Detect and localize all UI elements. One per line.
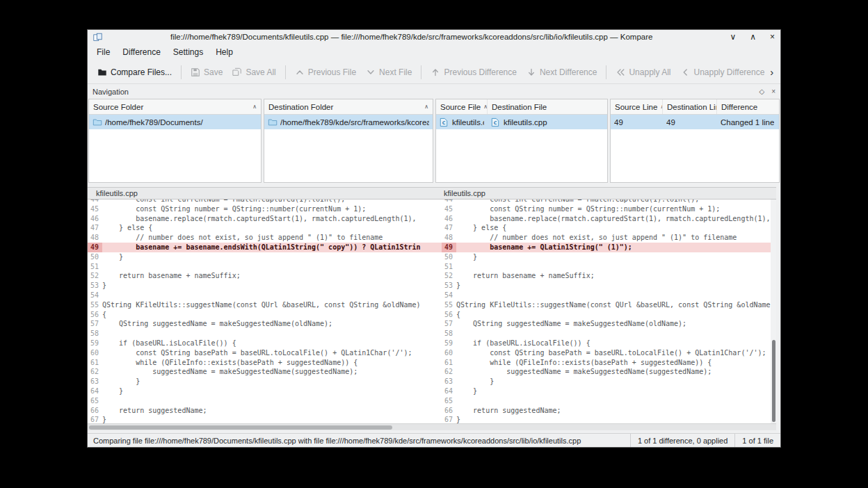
close-icon[interactable]: × <box>770 33 775 41</box>
list-item[interactable]: /home/fhek789/Documents/ <box>89 115 261 129</box>
float-dock-icon[interactable]: ◇ <box>759 88 764 95</box>
toolbar-button-label: Save <box>204 67 223 77</box>
list-cell: /home/fhek789/Documents/ <box>89 117 261 127</box>
close-dock-icon[interactable]: × <box>771 88 775 95</box>
toolbar-separator <box>421 65 421 79</box>
line-number: 66 <box>88 406 102 416</box>
toolbar: Compare Files...SaveSave AllPrevious Fil… <box>88 60 780 84</box>
code-text: if (baseURL.isLocalFile()) { <box>102 339 424 348</box>
code-line: 59 if (baseURL.isLocalFile()) { <box>88 339 424 348</box>
code-text: while (QFileInfo::exists(basePath + sugg… <box>102 358 424 368</box>
code-line: 46 basename.replace(rmatch.capturedStart… <box>442 214 776 224</box>
changed-code-line[interactable]: 49 basename += basename.endsWith(QLatin1… <box>88 243 424 252</box>
dock-title: Navigation <box>93 88 129 96</box>
list-cell: 49 <box>611 118 663 127</box>
code-line: 55QString KFileUtils::suggestName(const … <box>442 300 776 310</box>
diff-connector-band <box>424 243 442 252</box>
horizontal-scrollbar-thumb[interactable] <box>89 425 392 430</box>
line-number: 56 <box>88 310 102 320</box>
sort-indicator-icon: ∧ <box>657 104 663 110</box>
toolbar-button-label: Save All <box>246 67 275 77</box>
code-line: 62 suggestedName = makeSuggestedName(sug… <box>88 367 424 377</box>
minimize-icon[interactable]: ∨ <box>730 33 736 41</box>
arrow-down-icon <box>527 67 536 77</box>
maximize-icon[interactable]: ∧ <box>750 33 756 41</box>
navigation-panels: Source Folder∧/home/fhek789/Documents/ D… <box>88 98 780 183</box>
code-line: 50 } <box>88 252 424 262</box>
list-item[interactable]: 4949Changed 1 line <box>611 115 779 129</box>
code-text <box>102 291 424 300</box>
code-line: 50 } <box>442 252 776 262</box>
code-text: } <box>102 377 424 387</box>
titlebar[interactable]: file:///home/fhek789/Documents/kfileutil… <box>88 30 780 44</box>
line-number: 66 <box>442 406 456 416</box>
toolbar-button-label: Unapply All <box>629 67 670 77</box>
line-number: 56 <box>442 310 456 320</box>
column-label: Source Line <box>615 103 657 111</box>
line-number: 44 <box>442 200 456 204</box>
menu-difference[interactable]: Difference <box>116 44 166 60</box>
code-line: 56{ <box>442 310 776 320</box>
files-panel: Source File∧Destination FileCkfileutils.… <box>435 99 608 183</box>
next-file-button: Next File <box>362 64 416 81</box>
menu-file[interactable]: File <box>90 44 116 60</box>
line-number: 60 <box>88 348 102 358</box>
navigation-dock-titlebar[interactable]: Navigation ◇ × <box>88 86 780 98</box>
code-line: 52 return basename + nameSuffix; <box>88 271 424 281</box>
code-line: 45 const QString number = QString::numbe… <box>442 204 776 214</box>
line-number: 64 <box>88 387 102 396</box>
column-header-source-line[interactable]: Source Line∧ <box>611 99 663 114</box>
code-line: 54 <box>88 291 424 300</box>
list-cell: 49 <box>663 118 717 127</box>
kompare-app-icon[interactable] <box>93 32 103 42</box>
source-pane-content: 44 const int currentNum = rmatch.capture… <box>88 200 424 423</box>
destination-pane[interactable]: 44 const int currentNum = rmatch.capture… <box>442 200 776 423</box>
code-line: 53} <box>442 281 776 291</box>
compare-files-button[interactable]: Compare Files... <box>93 64 176 81</box>
vertical-scrollbar-thumb[interactable] <box>772 340 775 422</box>
column-header-difference[interactable]: Difference <box>717 99 779 114</box>
changed-code-line[interactable]: 49 basename += QLatin1String(" (1)"); <box>442 243 776 252</box>
horizontal-scrollbar[interactable] <box>88 423 776 430</box>
menu-settings[interactable]: Settings <box>167 44 209 60</box>
line-number: 58 <box>442 329 456 339</box>
toolbar-separator <box>606 65 606 79</box>
column-header-destination-lir[interactable]: Destination Lir <box>663 99 717 114</box>
pane-splitter[interactable] <box>424 188 442 199</box>
line-number: 62 <box>88 367 102 377</box>
code-text <box>102 262 424 272</box>
toolbar-separator <box>181 65 182 79</box>
list-item[interactable]: /home/fhek789/kde/src/frameworks/kcoread… <box>264 115 433 129</box>
column-header-destination-file[interactable]: Destination File <box>488 99 607 114</box>
code-line: 58 <box>442 329 776 339</box>
list-item[interactable]: Ckfileutils.c...Ckfileutils.cpp <box>436 115 607 129</box>
menu-help[interactable]: Help <box>209 44 239 60</box>
code-line: 64 } <box>442 387 776 396</box>
code-line: 65 <box>88 396 424 406</box>
column-header-source-file[interactable]: Source File∧ <box>436 99 488 114</box>
toolbar-overflow-icon[interactable]: › <box>769 66 775 78</box>
source-folder-panel: Source Folder∧/home/fhek789/Documents/ <box>88 99 262 183</box>
sort-indicator-icon: ∧ <box>250 104 257 110</box>
toolbar-button-label: Previous Difference <box>444 67 517 77</box>
code-text: } <box>456 387 776 396</box>
cell-text: Changed 1 line <box>721 118 774 127</box>
code-line: 66 return suggestedName; <box>442 406 776 416</box>
source-pane[interactable]: 44 const int currentNum = rmatch.capture… <box>88 200 424 423</box>
column-header-destination-folder[interactable]: Destination Folder∧ <box>264 99 433 114</box>
source-pane-title: kfileutils.cpp <box>88 188 424 199</box>
vertical-scrollbar[interactable] <box>771 200 776 423</box>
toolbar-button-label: Compare Files... <box>111 67 172 77</box>
code-text <box>456 396 776 406</box>
code-text: // number does not exist, so just append… <box>102 233 424 243</box>
line-number: 52 <box>442 271 456 281</box>
code-text: return basename + nameSuffix; <box>102 271 424 281</box>
toolbar-button-label: Next File <box>379 67 412 77</box>
column-header-source-folder[interactable]: Source Folder∧ <box>89 99 261 114</box>
code-line: 59 if (baseURL.isLocalFile()) { <box>442 339 776 348</box>
code-text: return basename + nameSuffix; <box>456 271 776 281</box>
line-number: 57 <box>88 319 102 329</box>
cell-text: kfileutils.cpp <box>504 118 547 127</box>
code-line: 53} <box>88 281 424 291</box>
column-label: Destination File <box>492 103 547 111</box>
